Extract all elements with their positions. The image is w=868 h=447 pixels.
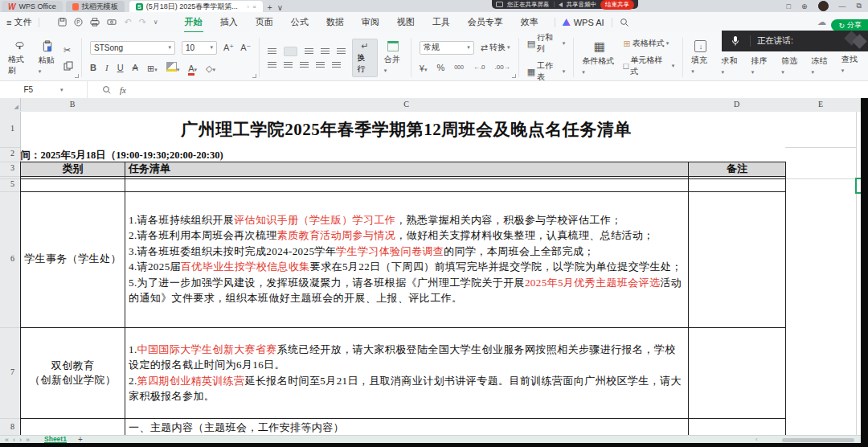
row-number[interactable]: 1 [0, 124, 14, 133]
column-header-d[interactable]: D [688, 100, 785, 109]
strikethrough-icon[interactable]: A [133, 63, 138, 72]
percent-icon[interactable]: % [436, 63, 444, 72]
row-number[interactable]: 5 [0, 179, 14, 188]
dialog-launcher-icon[interactable] [75, 74, 79, 78]
row-number[interactable]: 2 [0, 149, 14, 158]
tab-formula[interactable]: 公式 [282, 16, 317, 28]
currency-icon[interactable]: ¥▾ [420, 60, 428, 75]
align-left-icon[interactable] [268, 62, 276, 68]
number-format-select[interactable]: 常规 ▾ [420, 41, 474, 55]
dialog-launcher-icon[interactable] [252, 74, 256, 78]
rows-cols-button[interactable]: ▤行和列▾ [527, 32, 566, 55]
cloud-sync-icon[interactable]: ☁ [817, 17, 826, 27]
copy-icon[interactable] [63, 61, 73, 71]
tab-close-icon[interactable]: × [252, 3, 256, 10]
increase-font-icon[interactable]: A⁺ [223, 43, 234, 53]
wps-home-tab[interactable]: W WPS Office [2, 1, 63, 12]
insert-function-search-icon[interactable] [102, 85, 112, 95]
search-icon[interactable] [620, 18, 629, 27]
scroll-left-icon[interactable]: ‹ [755, 436, 758, 443]
font-family-select[interactable]: STSong ▾ [90, 41, 175, 55]
tab-tools[interactable]: 工具 [424, 16, 459, 28]
fill-button[interactable]: ↓ 填充▾ [691, 40, 710, 75]
row-number[interactable]: 7 [0, 367, 14, 376]
redo-icon[interactable]: ↷ [139, 17, 146, 27]
worksheet-button[interactable]: ▦工作表▾ [527, 60, 566, 83]
customize-toolbar-icon[interactable]: ∨ [154, 18, 158, 26]
footer-line-cell[interactable]: 一、主题内容（主题班会，工作安排等内容） [129, 420, 344, 435]
distribute-icon[interactable] [332, 62, 341, 68]
task-cell-student-affairs[interactable]: 1.请各班持续组织开展评估知识手册（学生版）学习工作，熟悉掌握相关内容，积极参与… [129, 191, 683, 326]
italic-icon[interactable]: I [105, 63, 108, 72]
dialog-launcher-icon[interactable] [512, 74, 516, 78]
template-tab[interactable]: 找稻壳模板 [66, 1, 125, 12]
print-icon[interactable] [90, 18, 100, 27]
conditional-format-button[interactable]: ▦ 条件格式▾ [582, 40, 616, 76]
sheet-grid[interactable]: 1 2 3 5 6 7 8 广州理工学院2025年春季学期第12周班会及晚点名任… [0, 112, 868, 435]
save-icon[interactable] [58, 18, 67, 27]
column-header-e[interactable]: E [785, 100, 856, 109]
layout-icon[interactable]: □ [787, 2, 791, 10]
bold-icon[interactable]: B [90, 63, 96, 72]
new-tab-button[interactable]: + [268, 3, 272, 12]
row-number[interactable]: 8 [0, 422, 14, 431]
decrease-font-icon[interactable]: A⁻ [240, 43, 251, 53]
category-cell-innovation[interactable]: 双创教育 （创新创业学院） [21, 327, 125, 418]
align-top-left-icon[interactable] [268, 48, 276, 55]
borders-icon[interactable]: ⊞▾ [147, 60, 158, 75]
stop-share-button[interactable]: 结束共享 [600, 0, 634, 10]
thousand-separator-icon[interactable]: 000 [454, 64, 464, 70]
tab-page[interactable]: 页面 [247, 16, 282, 28]
print-preview-icon[interactable] [107, 18, 117, 27]
column-header-c[interactable]: C [125, 100, 688, 109]
wrap-text-button[interactable]: ↵ 换行 [352, 39, 378, 77]
increase-indent-icon[interactable] [337, 48, 346, 55]
fill-color-icon[interactable]: ◇▾ [206, 60, 215, 75]
horizontal-scrollbar-thumb[interactable] [782, 438, 854, 442]
column-header-b[interactable]: B [20, 100, 125, 109]
minimize-icon[interactable]: — [839, 2, 846, 10]
share-button[interactable]: ↻ 分享 [831, 19, 868, 31]
decrease-decimal-icon[interactable]: ←.0 [473, 64, 485, 71]
avatar[interactable] [818, 1, 829, 11]
restore-icon[interactable]: ⧉ [857, 2, 862, 10]
align-right-icon[interactable] [300, 62, 309, 68]
paste-button[interactable]: 粘贴▾ [39, 40, 57, 75]
font-color-icon[interactable]: A▾ [188, 60, 197, 75]
wps-ai-button[interactable]: WPS AI [563, 18, 604, 27]
format-painter-button[interactable]: 格式刷 [8, 39, 32, 76]
tab-member[interactable]: 会员专享 [459, 16, 512, 28]
add-sheet-icon[interactable]: + [78, 437, 83, 443]
tab-view[interactable]: 视图 [388, 16, 424, 28]
fx-label[interactable]: fx [120, 85, 126, 95]
row-number[interactable]: 6 [0, 254, 14, 263]
increase-decimal-icon[interactable]: .00→ [495, 64, 510, 71]
convert-button[interactable]: ⇄转换▾ [481, 42, 510, 53]
name-box[interactable]: F5 ▾ [0, 81, 88, 98]
align-center-icon[interactable] [284, 62, 293, 68]
justify-icon[interactable] [316, 62, 325, 68]
tab-home[interactable]: 开始 [176, 16, 211, 28]
category-cell-student-affairs[interactable]: 学生事务（学生处） [21, 191, 125, 326]
document-tab-active[interactable]: S (5月18日) 2025春季学期第... ▫ × [129, 1, 263, 12]
cell-style-button[interactable]: □单元格样式▾ [624, 55, 675, 77]
export-pdf-icon[interactable]: P [74, 18, 83, 27]
globe-icon[interactable]: ⊕ [801, 2, 808, 10]
decrease-indent-icon[interactable] [321, 48, 330, 55]
select-all-cell[interactable]: ◢ [0, 98, 21, 111]
align-top-center-icon[interactable] [284, 47, 297, 56]
undo-icon[interactable]: ↶ [124, 17, 131, 27]
sheet-title-cell[interactable]: 广州理工学院2025年春季学期第12周班会及晚点名任务清单 [125, 112, 688, 147]
underline-icon[interactable]: U [117, 63, 124, 72]
tab-list-icon[interactable]: ∨ [277, 3, 283, 12]
tab-efficiency[interactable]: 效率 [512, 16, 547, 28]
merge-cells-button[interactable]: 合并▾ [384, 41, 403, 74]
cut-icon[interactable]: ✂ [63, 45, 73, 55]
task-cell-innovation[interactable]: 1.中国国际大学生创新大赛省赛系统已经开放，请大家积极登陆全国大学生创业服务网按… [129, 327, 683, 418]
tab-review[interactable]: 审阅 [353, 16, 388, 28]
time-cell[interactable]: 时间：2025年5月18日（19:00-19:30;20:00-20:30) [20, 147, 438, 162]
table-style-button[interactable]: ⊞表格样式▾ [624, 38, 675, 49]
align-top-right-icon[interactable] [305, 48, 313, 55]
row-number[interactable]: 3 [0, 163, 14, 172]
header-tasks-cell[interactable]: 任务清单 [125, 162, 688, 176]
